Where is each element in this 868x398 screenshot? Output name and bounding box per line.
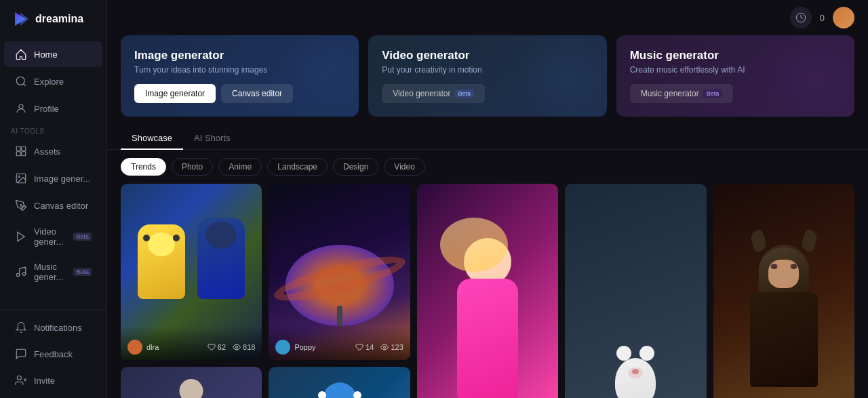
logo-text: dreamina: [35, 13, 83, 25]
explore-icon: [15, 75, 27, 87]
sidebar-item-invite[interactable]: Invite: [4, 367, 102, 393]
sidebar-item-home-label: Home: [34, 49, 58, 60]
sponge-likes: 62: [218, 343, 226, 351]
sidebar-item-explore[interactable]: Explore: [4, 68, 102, 94]
tab-ai-shorts-label: AI Shorts: [194, 133, 230, 143]
sidebar-item-video-generator[interactable]: Video gener... Beta: [4, 220, 102, 254]
tab-showcase[interactable]: Showcase: [121, 127, 183, 150]
svg-point-19: [384, 346, 386, 349]
heart-icon-2: [355, 343, 363, 351]
sidebar-item-profile[interactable]: Profile: [4, 96, 102, 121]
video-card-deco: [500, 35, 607, 117]
gallery-item-cartoon[interactable]: [269, 367, 410, 398]
image-gen-icon: [15, 172, 27, 184]
music-btn-badge: Beta: [703, 89, 723, 98]
ai-tools-section-label: AI tools: [0, 122, 106, 138]
invite-icon: [15, 374, 27, 386]
filter-photo[interactable]: Photo: [172, 158, 213, 176]
image-generator-btn[interactable]: Image generator: [134, 84, 216, 103]
sidebar-item-image-generator[interactable]: Image gener...: [4, 165, 102, 191]
space-avatar: [275, 340, 290, 355]
music-gen-beta-badge: Beta: [73, 268, 92, 276]
music-btn-label: Music generator: [641, 89, 699, 98]
gallery-col-3: [417, 184, 558, 398]
eye-icon: [233, 343, 241, 351]
sidebar-item-notifications[interactable]: Notifications: [4, 315, 102, 340]
sidebar-item-video-gen-label: Video gener...: [34, 226, 66, 247]
filter-trends[interactable]: Trends: [121, 158, 166, 176]
video-generator-btn[interactable]: Video generator Beta: [382, 84, 485, 103]
notifications-label: Notifications: [34, 323, 82, 333]
svg-rect-6: [16, 152, 20, 156]
dreamina-logo-icon: [11, 9, 30, 28]
gallery-item-space[interactable]: Poppy 14 123: [269, 184, 410, 360]
logo[interactable]: dreamina: [0, 0, 106, 38]
gallery-item-woman[interactable]: [121, 367, 262, 398]
sidebar-nav: Home Explore Profile AI tools Assets I: [0, 41, 106, 398]
sponge-likes-stat: 62: [208, 343, 226, 351]
gallery-col-2: Poppy 14 123: [269, 184, 410, 398]
sponge-avatar: [127, 340, 142, 355]
music-generator-card: Music generator Create music effortlessl…: [616, 35, 854, 117]
counter-button[interactable]: [790, 7, 812, 28]
counter-value: 0: [820, 13, 825, 23]
svg-rect-4: [16, 146, 20, 151]
video-gen-icon: [15, 231, 27, 243]
sponge-username: dlra: [146, 343, 203, 351]
sponge-stats: 62 818: [208, 343, 256, 351]
filter-design[interactable]: Design: [333, 158, 378, 176]
svg-point-18: [236, 346, 238, 349]
filter-video[interactable]: Video: [384, 158, 425, 176]
space-likes-stat: 14: [355, 343, 374, 351]
space-likes: 14: [366, 343, 374, 351]
svg-marker-1: [20, 12, 28, 26]
filter-landscape[interactable]: Landscape: [267, 158, 328, 176]
svg-marker-11: [18, 232, 25, 241]
gallery-col-5: [713, 184, 854, 398]
gallery-item-sponge[interactable]: dlra 62 818: [121, 184, 262, 360]
svg-point-9: [18, 176, 20, 177]
space-stats: 14 123: [355, 343, 403, 351]
sidebar-item-canvas-label: Canvas editor: [34, 201, 88, 211]
sidebar-item-music-generator[interactable]: Music gener... Beta: [4, 255, 102, 289]
gallery: dlra 62 818: [107, 184, 868, 398]
gallery-col-4: [565, 184, 706, 398]
sidebar-bottom: Notifications Feedback Invite: [0, 309, 106, 398]
feedback-label: Feedback: [34, 349, 73, 359]
sponge-views: 818: [243, 343, 255, 351]
sidebar-item-feedback[interactable]: Feedback: [4, 341, 102, 367]
sponge-item-footer: dlra 62 818: [121, 326, 262, 360]
sidebar-item-explore-label: Explore: [34, 77, 64, 87]
sidebar-item-assets[interactable]: Assets: [4, 138, 102, 164]
gallery-item-viking[interactable]: [713, 184, 854, 398]
filter-anime[interactable]: Anime: [218, 158, 262, 176]
user-avatar[interactable]: [833, 7, 854, 28]
sidebar-item-canvas[interactable]: Canvas editor: [4, 193, 102, 218]
main-content: 0 Image generator Turn your ideas into s…: [107, 0, 868, 398]
music-gen-icon: [15, 266, 27, 278]
sidebar-item-image-gen-label: Image gener...: [34, 174, 90, 184]
invite-label: Invite: [34, 376, 55, 386]
generator-cards-row: Image generator Turn your ideas into stu…: [107, 35, 868, 127]
gallery-item-barbie[interactable]: [417, 184, 558, 398]
sidebar: dreamina Home Explore Profile AI tools: [0, 0, 107, 398]
sidebar-item-music-gen-label: Music gener...: [34, 262, 66, 282]
assets-icon: [15, 145, 27, 157]
canvas-icon: [15, 199, 27, 212]
video-gen-beta-badge: Beta: [73, 233, 92, 241]
filter-row: Trends Photo Anime Landscape Design Vide…: [107, 150, 868, 184]
gallery-item-bear[interactable]: [565, 184, 706, 398]
sidebar-item-assets-label: Assets: [34, 146, 60, 157]
music-generator-btn[interactable]: Music generator Beta: [630, 84, 734, 103]
profile-icon: [15, 102, 27, 115]
top-header: 0: [107, 0, 868, 35]
sponge-views-stat: 818: [233, 343, 255, 351]
sidebar-item-home[interactable]: Home: [4, 41, 102, 67]
svg-rect-7: [22, 152, 26, 156]
heart-icon: [208, 343, 216, 351]
home-icon: [15, 48, 27, 60]
image-card-deco: [252, 35, 359, 117]
svg-point-12: [16, 273, 20, 277]
counter-icon: [795, 12, 806, 23]
tab-ai-shorts[interactable]: AI Shorts: [183, 127, 241, 150]
